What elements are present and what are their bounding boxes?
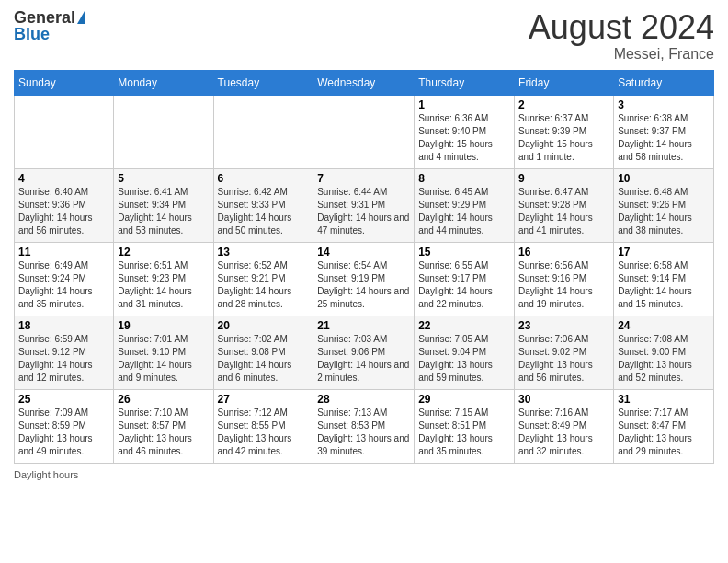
calendar-cell	[114, 95, 213, 168]
day-info: Sunrise: 6:54 AM Sunset: 9:19 PM Dayligh…	[317, 259, 410, 311]
calendar-cell: 6Sunrise: 6:42 AM Sunset: 9:33 PM Daylig…	[213, 168, 313, 242]
day-info: Sunrise: 7:10 AM Sunset: 8:57 PM Dayligh…	[118, 407, 209, 458]
day-info: Sunrise: 6:58 AM Sunset: 9:14 PM Dayligh…	[618, 259, 710, 311]
day-number: 9	[518, 172, 609, 185]
calendar-cell	[313, 95, 415, 168]
calendar-cell: 21Sunrise: 7:03 AM Sunset: 9:06 PM Dayli…	[313, 316, 415, 389]
calendar-cell: 16Sunrise: 6:56 AM Sunset: 9:16 PM Dayli…	[515, 242, 614, 316]
day-number: 20	[218, 319, 310, 332]
day-number: 31	[618, 393, 710, 406]
day-number: 15	[418, 246, 510, 259]
calendar-week-4: 25Sunrise: 7:09 AM Sunset: 8:59 PM Dayli…	[15, 389, 714, 463]
day-info: Sunrise: 7:13 AM Sunset: 8:53 PM Dayligh…	[317, 407, 410, 458]
day-number: 21	[317, 319, 410, 332]
day-number: 4	[18, 172, 109, 185]
calendar-cell: 15Sunrise: 6:55 AM Sunset: 9:17 PM Dayli…	[415, 242, 515, 316]
calendar-cell: 5Sunrise: 6:41 AM Sunset: 9:34 PM Daylig…	[114, 168, 213, 242]
day-info: Sunrise: 6:59 AM Sunset: 9:12 PM Dayligh…	[18, 333, 109, 385]
day-number: 8	[418, 172, 510, 185]
calendar-header-row: SundayMondayTuesdayWednesdayThursdayFrid…	[15, 70, 714, 95]
day-info: Sunrise: 7:03 AM Sunset: 9:06 PM Dayligh…	[317, 333, 410, 385]
day-info: Sunrise: 6:48 AM Sunset: 9:26 PM Dayligh…	[618, 186, 710, 237]
calendar-cell: 25Sunrise: 7:09 AM Sunset: 8:59 PM Dayli…	[15, 389, 114, 463]
calendar-cell: 18Sunrise: 6:59 AM Sunset: 9:12 PM Dayli…	[15, 316, 114, 389]
calendar-week-0: 1Sunrise: 6:36 AM Sunset: 9:40 PM Daylig…	[15, 95, 714, 168]
logo-general-text: General	[14, 9, 75, 26]
day-number: 29	[418, 393, 510, 406]
day-number: 23	[518, 319, 609, 332]
day-info: Sunrise: 6:51 AM Sunset: 9:23 PM Dayligh…	[118, 259, 209, 311]
day-info: Sunrise: 6:45 AM Sunset: 9:29 PM Dayligh…	[418, 186, 510, 237]
day-number: 5	[118, 172, 209, 185]
calendar-cell: 14Sunrise: 6:54 AM Sunset: 9:19 PM Dayli…	[313, 242, 415, 316]
day-number: 6	[218, 172, 310, 185]
location: Messei, France	[529, 46, 714, 63]
calendar-cell: 12Sunrise: 6:51 AM Sunset: 9:23 PM Dayli…	[114, 242, 213, 316]
calendar-cell: 26Sunrise: 7:10 AM Sunset: 8:57 PM Dayli…	[114, 389, 213, 463]
day-info: Sunrise: 6:37 AM Sunset: 9:39 PM Dayligh…	[518, 112, 609, 164]
daylight-label: Daylight hours	[14, 469, 78, 480]
day-number: 28	[317, 393, 410, 406]
day-info: Sunrise: 7:12 AM Sunset: 8:55 PM Dayligh…	[218, 407, 310, 458]
day-number: 12	[118, 246, 209, 259]
day-number: 3	[618, 98, 710, 111]
calendar-table: SundayMondayTuesdayWednesdayThursdayFrid…	[14, 70, 714, 464]
calendar-cell: 9Sunrise: 6:47 AM Sunset: 9:28 PM Daylig…	[515, 168, 614, 242]
calendar-cell: 3Sunrise: 6:38 AM Sunset: 9:37 PM Daylig…	[614, 95, 714, 168]
calendar-cell: 27Sunrise: 7:12 AM Sunset: 8:55 PM Dayli…	[213, 389, 313, 463]
calendar-cell: 22Sunrise: 7:05 AM Sunset: 9:04 PM Dayli…	[415, 316, 515, 389]
calendar-cell: 4Sunrise: 6:40 AM Sunset: 9:36 PM Daylig…	[15, 168, 114, 242]
header-thursday: Thursday	[415, 70, 515, 95]
day-info: Sunrise: 6:56 AM Sunset: 9:16 PM Dayligh…	[518, 259, 609, 311]
day-number: 27	[218, 393, 310, 406]
calendar-cell: 17Sunrise: 6:58 AM Sunset: 9:14 PM Dayli…	[614, 242, 714, 316]
day-info: Sunrise: 7:16 AM Sunset: 8:49 PM Dayligh…	[518, 407, 609, 458]
day-number: 25	[18, 393, 109, 406]
footer: Daylight hours	[14, 469, 714, 480]
day-info: Sunrise: 6:49 AM Sunset: 9:24 PM Dayligh…	[18, 259, 109, 311]
header-saturday: Saturday	[614, 70, 714, 95]
calendar-week-2: 11Sunrise: 6:49 AM Sunset: 9:24 PM Dayli…	[15, 242, 714, 316]
header: General Blue August 2024 Messei, France	[14, 9, 714, 63]
logo-triangle-icon	[77, 11, 85, 24]
calendar-cell: 24Sunrise: 7:08 AM Sunset: 9:00 PM Dayli…	[614, 316, 714, 389]
day-number: 7	[317, 172, 410, 185]
calendar-cell: 10Sunrise: 6:48 AM Sunset: 9:26 PM Dayli…	[614, 168, 714, 242]
calendar-cell: 23Sunrise: 7:06 AM Sunset: 9:02 PM Dayli…	[515, 316, 614, 389]
day-info: Sunrise: 6:44 AM Sunset: 9:31 PM Dayligh…	[317, 186, 410, 237]
calendar-cell: 29Sunrise: 7:15 AM Sunset: 8:51 PM Dayli…	[415, 389, 515, 463]
day-number: 10	[618, 172, 710, 185]
day-info: Sunrise: 6:36 AM Sunset: 9:40 PM Dayligh…	[418, 112, 510, 164]
day-number: 11	[18, 246, 109, 259]
calendar-cell	[15, 95, 114, 168]
day-info: Sunrise: 7:09 AM Sunset: 8:59 PM Dayligh…	[18, 407, 109, 458]
day-number: 14	[317, 246, 410, 259]
calendar-cell: 13Sunrise: 6:52 AM Sunset: 9:21 PM Dayli…	[213, 242, 313, 316]
day-number: 26	[118, 393, 209, 406]
header-friday: Friday	[515, 70, 614, 95]
calendar-cell	[213, 95, 313, 168]
day-info: Sunrise: 7:08 AM Sunset: 9:00 PM Dayligh…	[618, 333, 710, 385]
day-number: 16	[518, 246, 609, 259]
header-tuesday: Tuesday	[213, 70, 313, 95]
header-monday: Monday	[114, 70, 213, 95]
day-info: Sunrise: 6:47 AM Sunset: 9:28 PM Dayligh…	[518, 186, 609, 237]
day-info: Sunrise: 6:41 AM Sunset: 9:34 PM Dayligh…	[118, 186, 209, 237]
calendar-cell: 31Sunrise: 7:17 AM Sunset: 8:47 PM Dayli…	[614, 389, 714, 463]
day-number: 22	[418, 319, 510, 332]
calendar-cell: 2Sunrise: 6:37 AM Sunset: 9:39 PM Daylig…	[515, 95, 614, 168]
calendar-cell: 20Sunrise: 7:02 AM Sunset: 9:08 PM Dayli…	[213, 316, 313, 389]
calendar-week-1: 4Sunrise: 6:40 AM Sunset: 9:36 PM Daylig…	[15, 168, 714, 242]
calendar-cell: 7Sunrise: 6:44 AM Sunset: 9:31 PM Daylig…	[313, 168, 415, 242]
day-number: 2	[518, 98, 609, 111]
calendar-cell: 28Sunrise: 7:13 AM Sunset: 8:53 PM Dayli…	[313, 389, 415, 463]
day-number: 30	[518, 393, 609, 406]
day-info: Sunrise: 7:06 AM Sunset: 9:02 PM Dayligh…	[518, 333, 609, 385]
title-section: August 2024 Messei, France	[529, 9, 714, 63]
day-number: 24	[618, 319, 710, 332]
day-number: 18	[18, 319, 109, 332]
logo: General Blue	[14, 9, 85, 42]
header-wednesday: Wednesday	[313, 70, 415, 95]
day-number: 1	[418, 98, 510, 111]
calendar-cell: 1Sunrise: 6:36 AM Sunset: 9:40 PM Daylig…	[415, 95, 515, 168]
